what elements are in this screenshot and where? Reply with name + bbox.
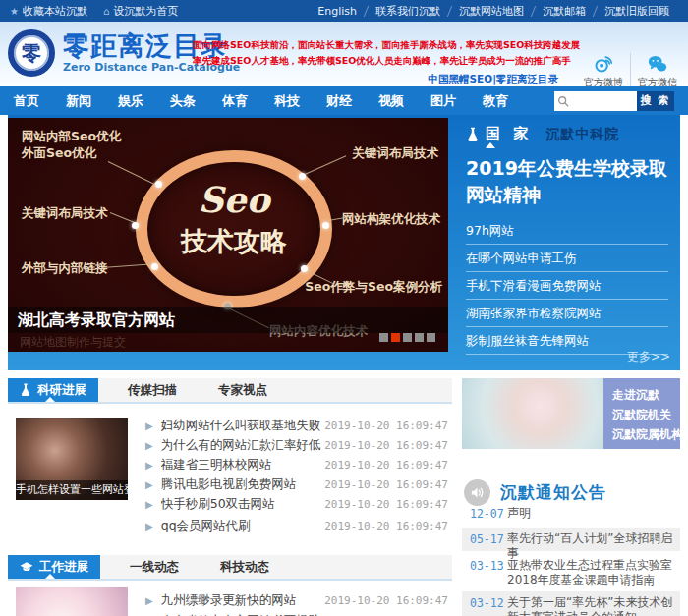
list-item: ▶ qq会员网站代刷 2019-10-20 16:09:47 (145, 516, 448, 535)
research-tabbar: 科研进展 传媒扫描 专家视点 (8, 378, 452, 404)
about-link[interactable]: 走进沉默 (612, 385, 671, 405)
org-name[interactable]: 沉默中科院 (545, 126, 619, 143)
top-utility-bar: ★ 收藏本站沉默 ⌂ 设沉默为首页 English 联系我们沉默 沉默网站地图 … (0, 0, 688, 22)
article-link[interactable]: 为什么有的网站汇款汇率好低 (161, 437, 324, 454)
about-link[interactable]: 沉默院属机构 (612, 424, 671, 444)
nav-item-entertainment[interactable]: 娱乐 (118, 92, 143, 110)
topbar-link-sitemap[interactable]: 沉默网站地图 (450, 4, 533, 19)
pager-dot-2-active[interactable] (391, 333, 400, 342)
connector-line (102, 263, 153, 268)
article-link[interactable]: 九州缥缈录更新快的网站 (161, 592, 324, 609)
news-link[interactable]: 97h网站 (466, 217, 668, 245)
tab-media-scan[interactable]: 传媒扫描 (116, 378, 189, 402)
pager-dot-1[interactable] (379, 333, 388, 342)
search-button[interactable]: 搜 索 (637, 91, 674, 111)
article-link[interactable]: 福建省三明林校网站 (161, 457, 324, 474)
nav-item-tech[interactable]: 科技 (274, 92, 300, 110)
notice-date: 05-17 (470, 532, 507, 547)
research-thumbnail[interactable]: 手机怎样设置一些网站登录 (16, 418, 128, 500)
tab-tech-news[interactable]: 科技动态 (208, 555, 281, 579)
notice-date: 12-07 (470, 506, 507, 520)
nav-item-sports[interactable]: 体育 (222, 92, 248, 110)
connector-line (108, 161, 154, 185)
pager-dot-3[interactable] (403, 333, 412, 342)
hero-band: Seo 技术攻略 网站内部Seo优化 外面Seo优化 关键词布局技术 外部与内部… (8, 115, 680, 370)
nav-item-headlines[interactable]: 头条 (170, 92, 196, 110)
list-item: ▶ 九州缥缈录更新快的网站 2019-10-20 16:09:47 (145, 590, 448, 610)
notice-item[interactable]: 05-17 率先行动“百人计划”全球招聘启事 (462, 528, 680, 551)
article-link[interactable]: 妇幼网站什么叫获取基地失败 (161, 418, 324, 434)
site-logo[interactable]: 零 (8, 29, 55, 77)
national-badge[interactable]: 国 家 (466, 125, 532, 143)
article-link[interactable]: 快手秒刷50双击网站 (161, 496, 324, 513)
nav-item-education[interactable]: 教育 (483, 92, 508, 110)
article-date: 2019-10-20 16:09:47 (324, 520, 448, 532)
pager-dot-4[interactable] (415, 333, 424, 342)
work-thumbnail[interactable] (16, 587, 128, 616)
news-link[interactable]: 在哪个网站申请工伤 (466, 245, 668, 272)
nav-item-news[interactable]: 新闻 (66, 92, 91, 110)
work-section: 工作进展 一线动态 科技动态 ▶ 九州缥缈录更新快的网站 2019-10-20 … (8, 555, 452, 616)
news-headline[interactable]: 2019年公费生学校录取网站精神 (466, 155, 674, 208)
notice-item[interactable]: 12-07 声明 (462, 502, 680, 524)
flask-icon (20, 383, 31, 397)
weibo-icon (593, 53, 614, 75)
ring-dot (322, 222, 329, 229)
slider-label-left-mid: 关键词布局技术 (22, 204, 108, 221)
article-date: 2019-10-20 16:09:47 (324, 478, 448, 491)
ring-dot (301, 265, 308, 272)
graduation-cap-icon (20, 561, 33, 573)
star-icon: ★ (10, 6, 19, 17)
more-link[interactable]: 更多>> (627, 349, 670, 365)
pager-dot-5[interactable] (427, 333, 435, 342)
slider-caption[interactable]: 湖北高考录取官方网站 (8, 307, 448, 333)
about-links: 走进沉默 沉默院机关 沉默院属机构 (603, 378, 680, 449)
favorite-link[interactable]: ★ 收藏本站沉默 (10, 4, 87, 19)
slider-pagination (379, 333, 435, 342)
notice-item[interactable]: 03-12 关于第一届“率先杯”未来技术创新大赛宣讲动员会的通知 (462, 591, 680, 616)
list-item: ▶ 福建省三明林校网站 2019-10-20 16:09:47 (145, 455, 448, 475)
nav-item-finance[interactable]: 财经 (326, 92, 352, 110)
slider-label-right-mid: 网站构架优化技术 (342, 210, 440, 227)
article-link[interactable]: qq会员网站代刷 (161, 518, 324, 534)
work-tabbar: 工作进展 一线动态 科技动态 (8, 555, 452, 581)
article-date: 2019-10-20 16:09:47 (324, 439, 448, 452)
wechat-link[interactable]: 官方微信 (630, 53, 684, 89)
tab-expert-view[interactable]: 专家视点 (206, 378, 279, 402)
nav-item-home[interactable]: 首页 (14, 92, 39, 110)
topbar-link-mail[interactable]: 沉默邮箱 (534, 4, 595, 19)
article-link[interactable]: 腾讯电影电视剧免费网站 (161, 476, 324, 493)
nav-item-video[interactable]: 视频 (378, 92, 404, 110)
tab-frontline-news[interactable]: 一线动态 (118, 555, 191, 579)
arrow-icon: ▶ (145, 479, 153, 490)
news-link[interactable]: 湖南张家界市检察院网站 (466, 300, 668, 327)
ring-dot (155, 181, 162, 188)
about-link[interactable]: 沉默院机关 (612, 405, 671, 424)
topbar-link-contact[interactable]: 联系我们沉默 (367, 4, 449, 19)
list-item: ▶ 为什么有的网站汇款汇率好低 2019-10-20 16:09:47 (145, 435, 448, 455)
sidebar-photo[interactable] (462, 378, 603, 449)
set-home-link[interactable]: ⌂ 设沉默为首页 (103, 4, 178, 19)
logo-character: 零 (22, 40, 41, 67)
notice-item[interactable]: 03-13 亚热带农业生态过程重点实验室2018年度基金课题申请指南 (462, 554, 680, 589)
weibo-link[interactable]: 官方微博 (577, 53, 630, 89)
arrow-icon: ▶ (145, 440, 153, 451)
news-link[interactable]: 手机下滑看漫画免费网站 (466, 272, 668, 300)
favorite-label: 收藏本站沉默 (23, 4, 87, 19)
search-box: 搜 索 (554, 91, 674, 111)
active-tab-pointer (45, 397, 55, 402)
arrow-icon: ▶ (145, 460, 153, 471)
hero-slider[interactable]: Seo 技术攻略 网站内部Seo优化 外面Seo优化 关键词布局技术 外部与内部… (8, 118, 448, 352)
notice-text: 声明 (507, 506, 531, 520)
article-date: 2019-10-20 16:09:47 (324, 594, 448, 607)
main-navigation: 首页 新闻 娱乐 头条 体育 科技 财经 视频 图片 教育 搜 索 (0, 86, 688, 115)
topbar-right: English 联系我们沉默 沉默网站地图 沉默邮箱 沉默旧版回顾 (309, 4, 678, 19)
article-link[interactable]: 山东省教办东方网站书画提防名单 (161, 613, 324, 616)
topbar-link-english[interactable]: English (309, 5, 366, 18)
flask-icon (466, 127, 480, 142)
nav-item-pictures[interactable]: 图片 (430, 92, 456, 110)
topbar-link-old-version[interactable]: 沉默旧版回顾 (596, 4, 678, 19)
set-home-label: 设沉默为首页 (113, 4, 178, 19)
slogan-line-1: 面向网络SEO科技前沿，面向站长重大需求，面向推手厮杀战场，率先实现SEO科技跨… (193, 37, 558, 53)
article-date: 2019-10-20 16:09:47 (324, 498, 448, 511)
